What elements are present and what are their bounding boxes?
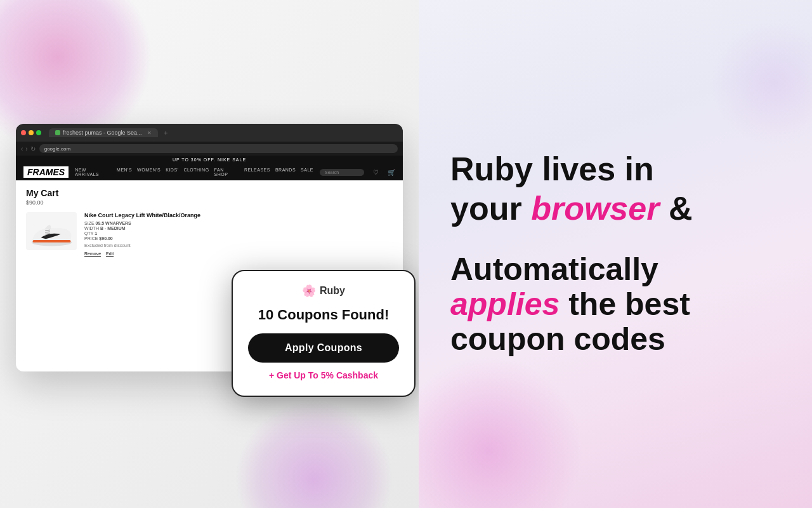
remove-link[interactable]: Remove (84, 251, 101, 256)
menu-sale[interactable]: SALE (301, 168, 313, 177)
ruby-app-name: Ruby (320, 285, 345, 297)
browser-container: freshest pumas - Google Sea... ✕ + ‹ › ↻… (16, 124, 403, 397)
tab-label: freshest pumas - Google Sea... (63, 130, 142, 136)
browser-tab[interactable]: freshest pumas - Google Sea... ✕ (49, 128, 158, 137)
subheadline-line1: Automatically (450, 252, 774, 287)
menu-kids[interactable]: KIDS' (166, 168, 178, 177)
menu-clothing[interactable]: CLOTHING (183, 168, 209, 177)
back-icon[interactable]: ‹ (21, 145, 23, 152)
subheadline-line3: coupon codes (450, 322, 774, 357)
menu-mens[interactable]: MEN'S (117, 168, 132, 177)
nike-navigation: FRAMES NEW ARRIVALS MEN'S WOMEN'S KIDS' … (16, 164, 403, 180)
headline-ampersand: & (659, 190, 692, 227)
close-dot (21, 130, 26, 135)
menu-womens[interactable]: WOMEN'S (137, 168, 160, 177)
browser-top-bar: freshest pumas - Google Sea... ✕ + (16, 124, 403, 142)
tab-favicon (55, 130, 60, 135)
menu-brands[interactable]: BRANDS (275, 168, 296, 177)
nike-menu: NEW ARRIVALS MEN'S WOMEN'S KIDS' CLOTHIN… (75, 168, 313, 177)
apply-coupons-button[interactable]: Apply Coupons (248, 333, 399, 363)
wishlist-icon[interactable]: ♡ (373, 169, 379, 176)
ruby-popup: 🌸 Ruby 10 Coupons Found! Apply Coupons +… (232, 270, 416, 397)
headline-browser-word: browser (531, 190, 659, 227)
right-panel: Ruby lives in your browser & Automatical… (419, 0, 812, 508)
headline-line1: Ruby lives in (450, 151, 774, 187)
address-text: google.com (44, 146, 70, 152)
item-name: Nike Court Legacy Lift White/Black/Orang… (84, 212, 393, 218)
tab-close-icon[interactable]: ✕ (147, 130, 152, 136)
headline-line2: your browser & (450, 190, 774, 227)
nike-banner: UP TO 30% OFF. NIKE SALE (16, 156, 403, 164)
cart-total: $90.00 (26, 199, 393, 206)
minimize-dot (29, 130, 34, 135)
applies-word: applies (450, 286, 560, 322)
coupons-found-text: 10 Coupons Found! (248, 307, 399, 323)
cart-title: My Cart (26, 188, 393, 198)
edit-link[interactable]: Edit (106, 251, 114, 256)
excluded-notice: Excluded from discount (84, 243, 393, 248)
maximize-dot (36, 130, 41, 135)
refresh-icon[interactable]: ↻ (30, 145, 36, 152)
ruby-logo-icon: 🌸 (302, 284, 316, 298)
new-tab-icon[interactable]: + (164, 130, 168, 137)
menu-fan-shop[interactable]: FAN SHOP (214, 168, 239, 177)
item-width: WIDTH B - Medium (84, 226, 393, 231)
subheadline-block: Automatically applies the best coupon co… (450, 252, 774, 357)
window-controls (21, 130, 41, 135)
left-panel: freshest pumas - Google Sea... ✕ + ‹ › ↻… (0, 0, 419, 508)
nike-logo: FRAMES (23, 166, 69, 178)
subheadline-line2: applies the best (450, 287, 774, 322)
menu-new-arrivals[interactable]: NEW ARRIVALS (75, 168, 112, 177)
shoe-svg (28, 214, 75, 249)
item-qty: QTY 1 (84, 231, 393, 236)
cashback-offer-text: + Get Up To 5% Cashback (248, 370, 399, 380)
item-price: PRICE $90.00 (84, 236, 393, 241)
menu-releases[interactable]: RELEASES (244, 168, 270, 177)
browser-nav-bar: ‹ › ↻ google.com (16, 142, 403, 156)
cart-item: Nike Court Legacy Lift White/Black/Orang… (26, 212, 393, 256)
cart-icon[interactable]: 🛒 (388, 169, 395, 176)
svg-rect-4 (32, 240, 70, 243)
address-bar[interactable]: google.com (39, 144, 398, 153)
headline-block: Ruby lives in your browser & (450, 151, 774, 245)
nav-arrows: ‹ › ↻ (21, 145, 36, 152)
item-actions: Remove Edit (84, 251, 393, 256)
product-image (26, 212, 77, 250)
item-size: SIZE 09.5 Wnarvers (84, 221, 393, 225)
forward-icon[interactable]: › (25, 145, 27, 152)
ruby-popup-header: 🌸 Ruby (248, 284, 399, 298)
item-details: Nike Court Legacy Lift White/Black/Orang… (84, 212, 393, 256)
nike-search[interactable]: Search (320, 169, 364, 176)
